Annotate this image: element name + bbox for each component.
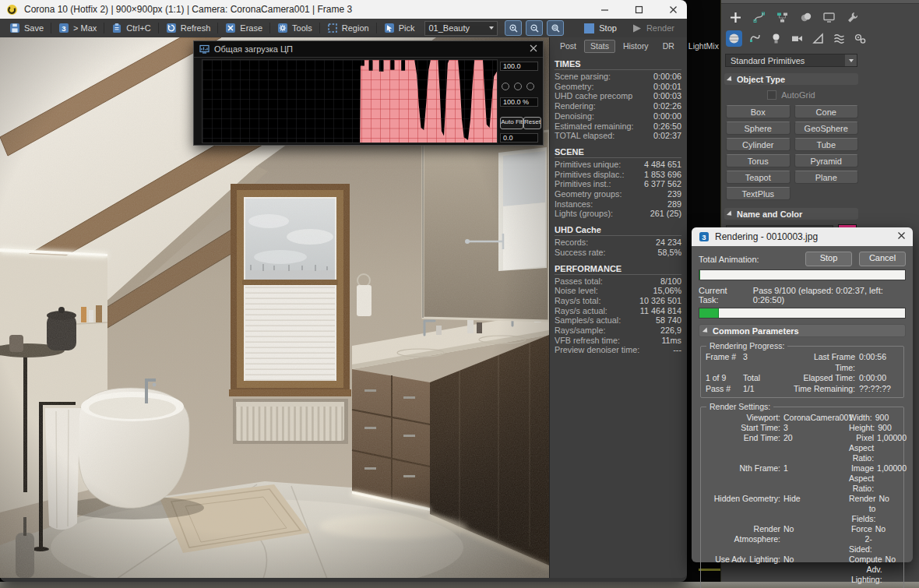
copy-button[interactable]: Ctrl+C (107, 20, 155, 36)
cpu-radio-1[interactable] (502, 83, 509, 90)
stat-row: Samples/s actual:58 740 (555, 315, 681, 326)
vfb-toolbar: Save 3> Max Ctrl+C Refresh Erase Tools R… (0, 19, 687, 38)
primitive-button[interactable]: Sphere (726, 121, 790, 135)
primitive-button[interactable]: Box (726, 105, 790, 118)
stat-row: TOTAL elapsed:0:02:37 (555, 131, 681, 141)
rendering-dialog: 3 Rendering - 0010003.jpg Total Animatio… (692, 227, 913, 562)
primitive-button[interactable]: Tube (794, 138, 859, 151)
maximize-button[interactable] (625, 0, 653, 19)
hierarchy-tab-icon[interactable] (774, 9, 790, 26)
dialog-stop-button[interactable]: Stop (805, 252, 852, 266)
helpers-category-icon[interactable] (810, 30, 826, 47)
stat-row: Rays/s total:10 326 501 (555, 296, 681, 306)
primitive-button[interactable]: Cylinder (726, 138, 790, 151)
cpu-close-button[interactable] (530, 44, 537, 54)
primitive-button[interactable]: TextPlus (726, 187, 790, 200)
name-and-color-rollout[interactable]: Name and Color (724, 208, 858, 220)
rendering-dialog-body: Total Animation: Stop Cancel Current Tas… (692, 246, 913, 562)
stat-row: Noise level:15,06% (555, 286, 681, 296)
cameras-category-icon[interactable] (789, 30, 805, 47)
space-warps-category-icon[interactable] (831, 30, 847, 47)
zoom-fit-button[interactable] (547, 20, 564, 36)
vfb-tab[interactable]: Post (554, 40, 583, 53)
object-type-rollout[interactable]: Object Type (724, 73, 858, 85)
pick-button[interactable]: Pick (379, 20, 420, 36)
vfb-tab[interactable]: History (617, 40, 655, 53)
render-setting-row: Nth Frame:1Image Aspect Ratio:1,00000 (706, 463, 899, 494)
rendering-progress-group: Rendering Progress: Frame #3Last Frame T… (700, 346, 904, 398)
vfb-title-bar[interactable]: Corona 10 (Hotfix 2) | 900×900px (1:1) |… (0, 0, 687, 19)
stat-row: VFB refresh time:11ms (555, 336, 681, 346)
primitive-buttons: BoxConeSphereGeoSphereCylinderTubeTorusP… (726, 105, 858, 200)
close-button[interactable] (659, 0, 687, 19)
minimize-button[interactable] (590, 0, 618, 19)
stat-row: Denoising:0:00:00 (555, 111, 681, 121)
autogrid-row: AutoGrid (724, 90, 858, 100)
region-button[interactable]: Region (322, 20, 374, 36)
command-panel-tabs (721, 4, 919, 28)
autogrid-label: AutoGrid (781, 90, 815, 100)
save-button[interactable]: Save (5, 20, 48, 36)
primitive-button[interactable]: Torus (726, 154, 790, 167)
primitive-button[interactable]: Teapot (726, 171, 790, 184)
save-icon (9, 23, 20, 33)
auto-fit-button[interactable]: Auto Fit (500, 117, 523, 129)
common-parameters-title: Common Parameters (713, 326, 799, 336)
primitive-button[interactable]: Cone (794, 105, 859, 118)
stats-scene-title: SCENE (555, 147, 681, 158)
cpu-min-value-field[interactable]: 0.0 (500, 133, 538, 143)
dialog-cancel-button[interactable]: Cancel (859, 252, 906, 266)
vfb-stats-panel: PostStatsHistoryDRLightMix TIMES Scene p… (549, 37, 687, 578)
cpu-radio-3[interactable] (526, 83, 534, 90)
shapes-category-icon[interactable] (747, 30, 763, 47)
primitive-category-select[interactable]: Standard Primitives (725, 54, 857, 67)
render-element-select[interactable]: 01_Beauty (424, 21, 498, 36)
stats-uhd-title: UHD Cache (555, 225, 681, 236)
refresh-button[interactable]: Refresh (161, 20, 216, 36)
common-parameters-rollout[interactable]: Common Parameters (699, 324, 906, 337)
vfb-tab[interactable]: Stats (584, 40, 615, 53)
vfb-tab[interactable]: DR (657, 40, 681, 53)
autogrid-checkbox[interactable] (767, 90, 776, 100)
create-tab-icon[interactable] (727, 9, 744, 26)
cpu-meter-icon (199, 44, 210, 55)
display-tab-icon[interactable] (821, 9, 837, 26)
cpu-scale-field[interactable]: 100.0 % (500, 97, 538, 107)
to-max-button[interactable]: 3> Max (54, 20, 101, 36)
stop-render-button[interactable]: Stop (576, 23, 625, 33)
stat-row: Rays/sample:226,9 (555, 326, 681, 336)
motion-tab-icon[interactable] (798, 9, 814, 26)
primitive-button[interactable]: Plane (794, 171, 859, 184)
current-task-progressbar (699, 308, 906, 319)
geometry-category-icon[interactable] (726, 30, 742, 47)
cpu-window-title: Общая загрузка ЦП (214, 44, 525, 54)
primitive-button[interactable]: GeoSphere (794, 121, 859, 135)
stat-row: Primitives displac.:1 853 696 (555, 170, 681, 180)
rendering-dialog-title-bar[interactable]: 3 Rendering - 0010003.jpg (692, 227, 913, 246)
total-animation-progressbar (699, 269, 906, 280)
render-button[interactable]: Render (625, 23, 681, 33)
reset-button[interactable]: Reset (523, 117, 541, 129)
cpu-window-title-bar[interactable]: Общая загрузка ЦП (194, 41, 543, 58)
rendering-dialog-close-button[interactable] (897, 231, 906, 242)
cpu-radio-2[interactable] (514, 83, 522, 90)
current-task-label: Current Task: (699, 286, 746, 305)
render-setting-row: Start Time:3Height:900 (706, 423, 899, 433)
cpu-max-value-field[interactable]: 100.0 (500, 62, 538, 71)
stat-row: Passes total:8/100 (555, 276, 681, 287)
zoom-out-button[interactable] (526, 20, 543, 36)
modify-tab-icon[interactable] (751, 9, 767, 26)
cpu-load-graph[interactable] (202, 59, 498, 143)
systems-category-icon[interactable] (852, 30, 868, 47)
primitive-button[interactable]: Pyramid (794, 154, 859, 167)
utilities-tab-icon[interactable] (844, 9, 861, 26)
tools-button[interactable]: Tools (273, 20, 317, 36)
vfb-window-title: Corona 10 (Hotfix 2) | 900×900px (1:1) |… (24, 4, 584, 15)
stats-times-title: TIMES (555, 59, 681, 70)
object-type-title: Object Type (737, 75, 785, 84)
zoom-in-button[interactable] (505, 20, 522, 36)
erase-button[interactable]: Erase (220, 20, 267, 36)
vfb-tab[interactable]: LightMix (682, 40, 725, 53)
lights-category-icon[interactable] (768, 30, 784, 47)
create-category-icons (721, 28, 919, 51)
